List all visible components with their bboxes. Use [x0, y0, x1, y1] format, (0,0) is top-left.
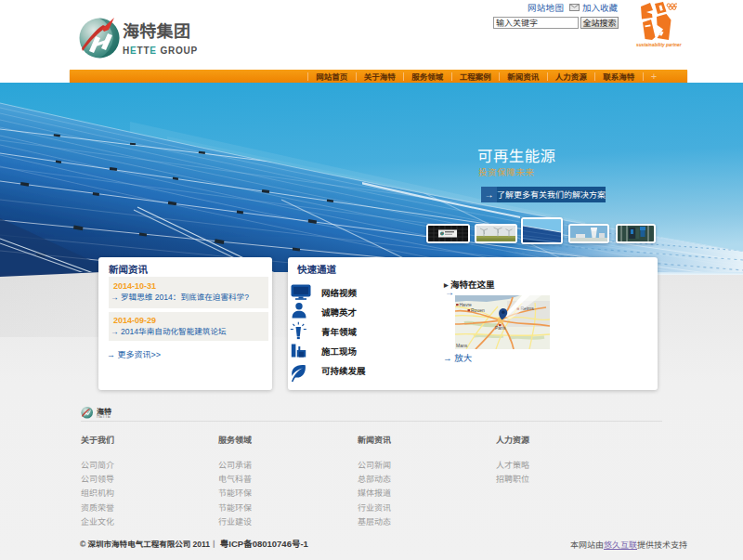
svg-text:Rouen: Rouen: [471, 307, 485, 313]
svg-text:Mans: Mans: [456, 343, 468, 348]
svg-text:Paris: Paris: [495, 325, 506, 331]
